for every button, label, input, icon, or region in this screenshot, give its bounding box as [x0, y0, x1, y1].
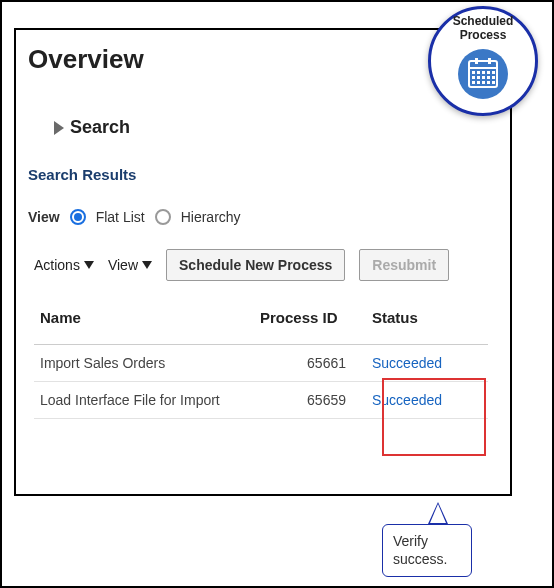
- svg-rect-14: [492, 76, 495, 79]
- table-row[interactable]: Import Sales Orders 65661 Succeeded: [34, 345, 488, 382]
- svg-rect-9: [492, 71, 495, 74]
- svg-rect-12: [482, 76, 485, 79]
- view-menu-label: View: [108, 257, 138, 273]
- search-label: Search: [70, 117, 130, 138]
- cell-process-id: 65661: [254, 345, 366, 382]
- table-header-row: Name Process ID Status: [34, 299, 488, 345]
- view-menu[interactable]: View: [108, 257, 152, 273]
- chevron-down-icon: [142, 261, 152, 269]
- radio-flat-list-label: Flat List: [96, 209, 145, 225]
- schedule-new-process-button[interactable]: Schedule New Process: [166, 249, 345, 281]
- chevron-down-icon: [84, 261, 94, 269]
- callout-text: Verify success.: [382, 524, 472, 577]
- cell-name: Import Sales Orders: [34, 345, 254, 382]
- badge-line1: Scheduled: [453, 15, 514, 29]
- svg-rect-17: [482, 81, 485, 84]
- svg-rect-8: [487, 71, 490, 74]
- radio-flat-list[interactable]: [70, 209, 86, 225]
- svg-rect-7: [482, 71, 485, 74]
- cell-status: Succeeded: [366, 345, 488, 382]
- svg-rect-19: [492, 81, 495, 84]
- svg-rect-16: [477, 81, 480, 84]
- svg-rect-13: [487, 76, 490, 79]
- actions-menu[interactable]: Actions: [34, 257, 94, 273]
- col-name: Name: [34, 299, 254, 345]
- svg-rect-6: [477, 71, 480, 74]
- resubmit-button[interactable]: Resubmit: [359, 249, 449, 281]
- scheduled-process-badge[interactable]: Scheduled Process: [428, 6, 538, 116]
- search-disclosure[interactable]: Search: [54, 117, 502, 138]
- process-table: Name Process ID Status Import Sales Orde…: [34, 299, 488, 419]
- badge-line2: Process: [460, 29, 507, 43]
- radio-hierarchy-label: Hierarchy: [181, 209, 241, 225]
- svg-rect-11: [477, 76, 480, 79]
- radio-hierarchy[interactable]: [155, 209, 171, 225]
- svg-rect-18: [487, 81, 490, 84]
- svg-rect-3: [475, 58, 478, 64]
- toolbar: Actions View Schedule New Process Resubm…: [34, 249, 502, 281]
- view-mode-row: View Flat List Hierarchy: [28, 209, 502, 225]
- calendar-icon: [456, 47, 510, 101]
- svg-rect-4: [488, 58, 491, 64]
- view-label: View: [28, 209, 60, 225]
- search-results-heading: Search Results: [28, 166, 502, 183]
- actions-menu-label: Actions: [34, 257, 80, 273]
- cell-name: Load Interface File for Import: [34, 382, 254, 419]
- cell-process-id: 65659: [254, 382, 366, 419]
- cell-status: Succeeded: [366, 382, 488, 419]
- col-status: Status: [366, 299, 488, 345]
- status-link[interactable]: Succeeded: [372, 355, 442, 371]
- overview-panel: Overview Search Search Results View Flat…: [14, 28, 512, 496]
- chevron-right-icon: [54, 121, 64, 135]
- status-link[interactable]: Succeeded: [372, 392, 442, 408]
- svg-rect-10: [472, 76, 475, 79]
- annotation-callout: Verify success.: [382, 524, 472, 577]
- table-row[interactable]: Load Interface File for Import 65659 Suc…: [34, 382, 488, 419]
- svg-rect-15: [472, 81, 475, 84]
- svg-rect-5: [472, 71, 475, 74]
- col-process-id: Process ID: [254, 299, 366, 345]
